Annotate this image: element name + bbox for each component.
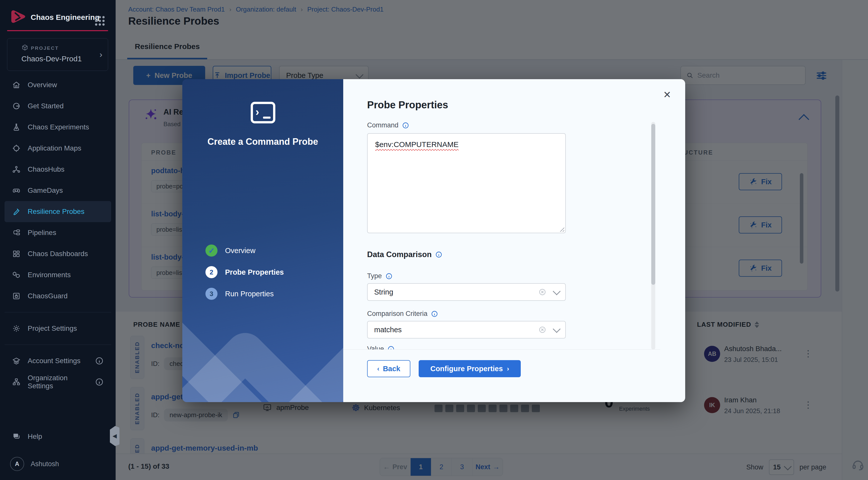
comparison-criteria-select[interactable]: matches (367, 321, 566, 339)
wizard-step-overview[interactable]: ✓ Overview (206, 245, 255, 257)
data-comparison-section-title: Data Comparison (367, 250, 442, 259)
clear-icon[interactable] (538, 288, 546, 296)
sidebar-item-label: Pipelines (28, 229, 56, 237)
sidebar-item-label: GameDays (28, 187, 63, 194)
info-icon[interactable] (385, 273, 393, 280)
app-grid-icon[interactable] (94, 14, 106, 27)
sidebar-item-label: ChaosGuard (28, 292, 68, 300)
sidebar-menu: Overview Get Started Chaos Experiments A… (0, 74, 116, 392)
user-name: Ashutosh (31, 460, 59, 468)
info-icon[interactable] (431, 310, 438, 317)
step-label: Probe Properties (225, 268, 284, 277)
sidebar-item-label: ChaosHubs (28, 165, 64, 173)
sidebar-item-chaoshubs[interactable]: ChaosHubs (4, 159, 111, 180)
modal-body: ✕ Probe Properties Command $env:COMPUTER… (343, 79, 685, 402)
modal-title: Probe Properties (367, 99, 448, 110)
project-name: Chaos-Dev-Prod1 (21, 55, 82, 63)
clear-icon[interactable] (538, 326, 546, 333)
sidebar-item-account-settings[interactable]: Account Settings (4, 350, 111, 372)
sidebar-item-label: Account Settings (28, 357, 81, 365)
chevron-down-icon (553, 325, 560, 333)
divider (4, 345, 111, 345)
sidebar-item-pipelines[interactable]: Pipelines (4, 222, 111, 243)
sidebar-item-label: Resilience Probes (28, 207, 85, 216)
sidebar-item-resilience-probes[interactable]: Resilience Probes (4, 201, 111, 222)
project-label: PROJECT (31, 45, 59, 51)
configure-properties-button[interactable]: Configure Properties › (418, 360, 521, 377)
sidebar-collapse-handle[interactable]: ◀ (110, 426, 119, 446)
info-icon[interactable] (402, 122, 409, 129)
sidebar: Chaos Engineering PROJECT Chaos-Dev-Prod… (0, 0, 116, 480)
close-icon[interactable]: ✕ (663, 89, 671, 100)
info-icon (95, 357, 103, 365)
command-textarea[interactable]: $env:COMPUTERNAME (367, 133, 566, 233)
comparison-criteria-value: matches (374, 326, 402, 334)
chevron-left-icon: ‹ (377, 365, 379, 373)
avatar: A (10, 457, 24, 471)
sidebar-item-label: Chaos Experiments (28, 123, 89, 131)
sidebar-item-label: Environments (28, 271, 71, 279)
sidebar-item-overview[interactable]: Overview (4, 74, 111, 96)
wizard-title: Create a Command Probe (182, 136, 343, 147)
sidebar-item-label: Application Maps (28, 144, 81, 152)
step-number: 3 (206, 288, 217, 300)
sidebar-item-chaos-experiments[interactable]: Chaos Experiments (4, 117, 111, 138)
type-select-value: String (374, 288, 393, 296)
configure-properties-label: Configure Properties (430, 365, 503, 373)
sidebar-item-chaos-dashboards[interactable]: Chaos Dashboards (4, 243, 111, 264)
type-label: Type (367, 272, 393, 280)
sidebar-item-label: Chaos Dashboards (28, 250, 88, 258)
back-label: Back (383, 365, 400, 373)
sidebar-item-application-maps[interactable]: Application Maps (4, 138, 111, 159)
chevron-right-icon: › (507, 365, 509, 373)
info-icon[interactable] (435, 251, 442, 258)
step-label: Run Properties (225, 290, 274, 298)
command-probe-icon: › (251, 102, 275, 123)
value-label: Value (367, 345, 395, 350)
chevron-right-icon: › (100, 50, 102, 59)
type-select[interactable]: String (367, 283, 566, 301)
comparison-criteria-label: Comparison Criteria (367, 310, 438, 318)
sidebar-item-gamedays[interactable]: GameDays (4, 180, 111, 201)
harness-logo-icon (10, 8, 27, 25)
sidebar-item-chaosguard[interactable]: ChaosGuard (4, 286, 111, 307)
info-icon[interactable] (388, 346, 395, 350)
wizard-sidebar: › Create a Command Probe ✓ Overview 2 Pr… (182, 79, 343, 402)
sidebar-item-help[interactable]: Help (4, 426, 111, 447)
sidebar-item-label: Organization Settings (28, 374, 88, 390)
wizard-step-probe-properties[interactable]: 2 Probe Properties (206, 266, 284, 278)
sidebar-item-label: Overview (28, 81, 57, 89)
user-menu[interactable]: A Ashutosh (10, 457, 59, 471)
sidebar-item-label: Get Started (28, 102, 64, 110)
back-button[interactable]: ‹ Back (367, 360, 410, 377)
wizard-step-run-properties[interactable]: 3 Run Properties (206, 288, 274, 300)
modal-scroll-area: Command $env:COMPUTERNAME Data Compariso… (343, 119, 660, 350)
project-cube-icon (21, 44, 28, 51)
harness-watermark-icon (182, 266, 343, 402)
project-selector[interactable]: PROJECT Chaos-Dev-Prod1 › (7, 38, 108, 71)
sidebar-item-organization-settings[interactable]: Organization Settings (4, 372, 111, 392)
sidebar-item-label: Help (28, 433, 42, 441)
sidebar-item-label: Project Settings (28, 324, 77, 332)
sidebar-item-project-settings[interactable]: Project Settings (4, 318, 111, 339)
step-label: Overview (225, 247, 255, 255)
brand-accent-bar (7, 30, 108, 31)
support-headset-icon[interactable] (851, 458, 865, 472)
app-title: Chaos Engineering (31, 13, 99, 22)
sidebar-item-environments[interactable]: Environments (4, 264, 111, 286)
command-label: Command (367, 121, 409, 129)
scrollbar-track[interactable] (651, 122, 655, 350)
chevron-down-icon (553, 288, 560, 295)
create-probe-modal: › Create a Command Probe ✓ Overview 2 Pr… (182, 79, 685, 402)
step-done-check-icon: ✓ (206, 245, 217, 257)
info-icon (95, 378, 103, 386)
scrollbar-thumb[interactable] (835, 96, 839, 291)
command-value: $env:COMPUTERNAME (375, 140, 459, 149)
sidebar-item-get-started[interactable]: Get Started (4, 96, 111, 117)
step-number: 2 (206, 266, 217, 278)
scrollbar-thumb[interactable] (651, 124, 655, 285)
